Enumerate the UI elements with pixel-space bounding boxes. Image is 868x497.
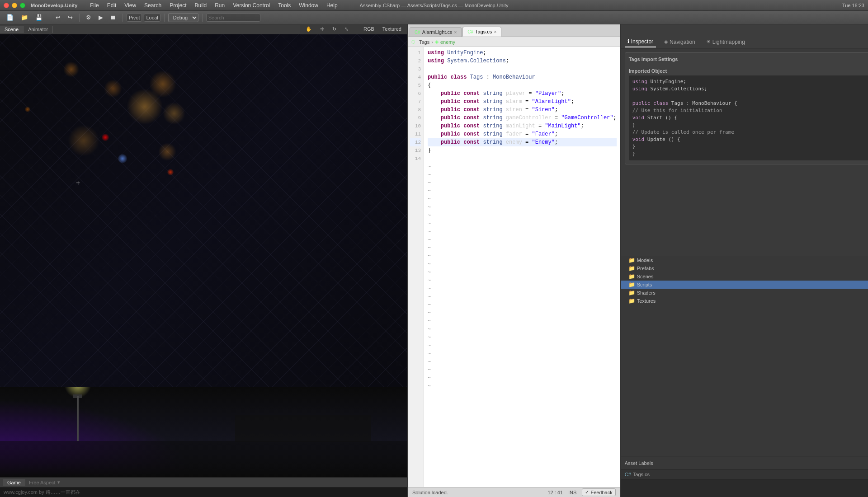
tilde-6: ~ [428, 203, 617, 211]
menu-edit[interactable]: Edit [104, 1, 120, 9]
tilde-21: ~ [428, 325, 617, 333]
navigation-tab-label: Navigation [670, 39, 695, 45]
lightmapping-icon: ☀ [706, 39, 711, 45]
tab-alarmlight[interactable]: C# AlarmLight.cs × [410, 27, 462, 37]
scene-tool-rotate[interactable]: ↻ [330, 25, 339, 33]
tilde-11: ~ [428, 244, 617, 252]
toolbar-separator-2 [79, 14, 80, 22]
tilde-3: ~ [428, 179, 617, 187]
ic-line-3 [632, 93, 868, 100]
code-line-11: public const string fader = "Fader"; [428, 130, 617, 138]
line-num-13: 13 [410, 146, 421, 155]
fullscreen-button[interactable] [20, 3, 25, 8]
build-config-select[interactable]: Debug [168, 13, 198, 22]
bottom-file-icon: C# [625, 472, 631, 477]
app-name: MonoDevelop-Unity [31, 3, 77, 8]
search-input[interactable] [206, 14, 260, 22]
tilde-27: ~ [428, 374, 617, 382]
left-panel: Scene Animator ✋ ✛ ↻ ⤡ RGB Textured [0, 24, 407, 497]
menu-file[interactable]: File [86, 1, 102, 9]
toolbar-separator-4 [164, 14, 165, 22]
right-tabs: ℹ Inspector ◈ Navigation ☀ Lightmapping [625, 37, 748, 47]
minimize-button[interactable] [12, 3, 17, 8]
code-content[interactable]: using UnityEngine; using System.Collecti… [424, 47, 620, 487]
editor-breadcrumb: ⬡ Tags › ◈ enemy [408, 37, 620, 47]
code-line-2: using System.Collections; [428, 57, 617, 65]
code-line-9: public const string gameController = "Ga… [428, 114, 617, 122]
code-editor[interactable]: 1 2 3 4 5 6 7 8 9 10 11 12 13 14 ~ ~ [408, 47, 620, 487]
menu-tools[interactable]: Tools [274, 1, 294, 9]
toolbar-separator-1 [49, 14, 49, 22]
menu-view[interactable]: View [121, 1, 140, 9]
breadcrumb-leaf[interactable]: enemy [440, 39, 455, 45]
redo-button[interactable]: ↪ [65, 13, 75, 22]
tab-inspector[interactable]: ℹ Inspector [625, 37, 656, 47]
scene-tool-textured[interactable]: Textured [380, 25, 404, 33]
stop-button[interactable]: ⏹ [108, 13, 119, 22]
code-line-12: public const string enemy = "Enemy"; [428, 138, 617, 146]
breadcrumb-root[interactable]: Tags [419, 39, 429, 45]
scene-tool-scale[interactable]: ⤡ [342, 25, 351, 33]
line-num-6: 6 [410, 89, 421, 98]
menu-window[interactable]: Window [295, 1, 322, 9]
run-button[interactable]: ▶ [96, 13, 106, 22]
ic-line-11: } [632, 150, 868, 158]
menu-run[interactable]: Run [211, 1, 228, 9]
tilde-2: ~ [428, 171, 617, 179]
tilde-17: ~ [428, 293, 617, 301]
scene-tool-rgb[interactable]: RGB [361, 25, 377, 33]
feedback-button[interactable]: ✓ Feedback [582, 488, 615, 496]
menu-search[interactable]: Search [141, 1, 165, 9]
folder-scenes[interactable]: 📁 Scenes [621, 272, 868, 281]
save-button[interactable]: 💾 [33, 13, 45, 22]
close-button[interactable] [4, 3, 9, 8]
menu-version-control[interactable]: Version Control [229, 1, 274, 9]
tab-lightmapping[interactable]: ☀ Lightmapping [703, 37, 748, 47]
folder-prefabs[interactable]: 📁 Prefabs [621, 264, 868, 272]
pivot-label: Pivot [127, 14, 142, 22]
inspector-content: Tags Import Settings Open Execution Orde… [621, 49, 868, 256]
folder-shaders-icon: 📁 [628, 290, 635, 296]
right-watermark-bar: cgjoy 开发游戏教学 [621, 479, 868, 497]
tab-navigation[interactable]: ◈ Navigation [661, 37, 698, 47]
title-bar-right: Tue 16:23 [842, 3, 864, 8]
menu-project[interactable]: Project [166, 1, 190, 9]
traffic-lights [4, 3, 25, 8]
tab-tags-close[interactable]: × [494, 29, 496, 34]
tilde-20: ~ [428, 317, 617, 325]
line-num-4: 4 [410, 73, 421, 81]
scene-tool-hand[interactable]: ✋ [303, 25, 315, 33]
building-silhouette [235, 415, 371, 442]
editor-status-bar: Solution loaded. 12 : 41 INS ✓ Feedback [408, 487, 620, 497]
menu-bar: File Edit View Search Project Build Run … [86, 1, 341, 9]
tab-animator[interactable]: Animator [24, 26, 53, 33]
window-title: Assembly-CSharp — Assets/Scripts/Tags.cs… [360, 3, 509, 8]
menu-help[interactable]: Help [323, 1, 341, 9]
scene-tool-move[interactable]: ✛ [317, 25, 327, 33]
cursor-indicator: + [76, 179, 80, 187]
tab-alarmlight-close[interactable]: × [454, 30, 457, 35]
line-num-7: 7 [410, 98, 421, 106]
folder-shaders[interactable]: 📁 Shaders [621, 289, 868, 297]
open-file-button[interactable]: 📁 [18, 13, 31, 22]
tab-game[interactable]: Game [3, 479, 25, 486]
tab-tags[interactable]: C# Tags.cs × [462, 27, 501, 37]
lightmapping-tab-label: Lightmapping [712, 39, 745, 45]
game-viewport: + [0, 34, 407, 387]
menu-build[interactable]: Build [191, 1, 211, 9]
new-file-button[interactable]: 📄 [4, 13, 16, 22]
tilde-19: ~ [428, 309, 617, 317]
ic-line-8: // Update is called once per frame [632, 129, 868, 136]
undo-button[interactable]: ↩ [53, 13, 63, 22]
tilde-8: ~ [428, 220, 617, 228]
tilde-16: ~ [428, 285, 617, 293]
inspector-section-header: Tags Import Settings Open Execution Orde… [629, 56, 868, 65]
build-button[interactable]: ⚙ [83, 13, 94, 22]
folder-models[interactable]: 📁 Models [621, 256, 868, 264]
folder-scripts[interactable]: 📁 Scripts [621, 281, 868, 289]
tab-scene[interactable]: Scene [0, 26, 24, 33]
code-line-10: public const string mainLight = "MainLig… [428, 122, 617, 130]
ic-line-2: using System.Collections; [632, 85, 868, 93]
line-num-9: 9 [410, 114, 421, 122]
folder-textures[interactable]: 📁 Textures [621, 297, 868, 305]
